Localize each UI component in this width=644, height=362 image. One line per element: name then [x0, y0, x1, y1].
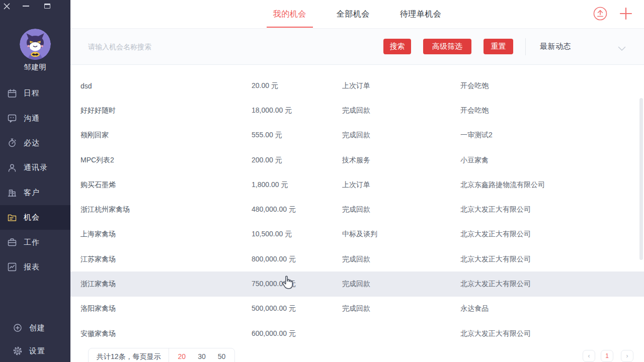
opportunity-stage: 完成回款 — [342, 304, 460, 313]
top-navbar: 我的机会 全部机会 待理单机会 — [70, 0, 644, 29]
sidebar-item-label: 必达 — [24, 138, 40, 148]
page-size-box: 共计12条，每页显示 20 30 50 — [88, 348, 235, 362]
sidebar-item-label: 沟通 — [24, 114, 40, 123]
close-icon[interactable] — [1, 1, 12, 12]
page-size-20[interactable]: 20 — [178, 352, 186, 360]
sidebar-item-label: 通讯录 — [24, 163, 48, 172]
opportunity-folder-icon — [7, 213, 17, 223]
opportunity-name: dsd — [70, 82, 252, 90]
opportunity-amount: 10,500.00 元 — [252, 230, 342, 239]
pagination-bar: 共计12条，每页显示 20 30 50 ‹ 1 › — [70, 345, 644, 362]
sort-dropdown[interactable]: 最新动态 — [540, 29, 571, 64]
table-row[interactable]: 安徽家禽场 600,000.00 元 北京大发正大有限公司 — [70, 321, 644, 346]
search-button[interactable]: 搜索 — [383, 39, 411, 54]
opportunity-stage: 完成回款 — [342, 205, 460, 214]
customer-building-icon — [7, 188, 17, 198]
divider — [525, 38, 526, 55]
maximize-icon[interactable] — [42, 1, 53, 12]
opportunity-amount: 1,800.00 元 — [252, 180, 342, 190]
advanced-filter-button[interactable]: 高级筛选 — [423, 39, 471, 54]
opportunity-name: 浙江杭州家禽场 — [70, 205, 252, 214]
report-chart-icon — [7, 262, 17, 272]
opportunity-stage: 完成回款 — [342, 255, 460, 264]
opportunity-name: 购买石墨烯 — [70, 180, 252, 190]
sidebar-item-create[interactable]: 创建 — [0, 316, 70, 339]
sidebar: 邹建明 日程 沟通 必达 — [0, 0, 70, 362]
stopwatch-icon — [7, 138, 17, 148]
tab-all-opportunities[interactable]: 全部机会 — [330, 0, 376, 28]
opportunity-name: 洛阳家禽场 — [70, 304, 252, 313]
opportunity-amount: 20.00 元 — [252, 81, 342, 90]
page-number-button[interactable]: 1 — [601, 350, 613, 362]
table-row[interactable]: dsd 20.00 元 上次订单 开会吃饱 — [70, 73, 644, 98]
tab-pending-opportunities[interactable]: 待理单机会 — [393, 0, 448, 28]
sidebar-item-bida[interactable]: 必达 — [0, 131, 70, 155]
plus-circle-icon — [13, 323, 23, 333]
opportunity-name: MPC列表2 — [70, 156, 252, 165]
table-row[interactable]: 好好好随时 18,000.00 元 完成回款 开会吃饱 — [70, 98, 644, 123]
sidebar-item-reports[interactable]: 报表 — [0, 255, 70, 280]
opportunity-customer: 北京大发正大有限公司 — [460, 230, 644, 239]
prev-page-button[interactable]: ‹ — [583, 350, 595, 362]
app-window: 邹建明 日程 沟通 必达 — [0, 0, 644, 362]
avatar[interactable] — [20, 29, 51, 60]
table-row[interactable]: 上海家禽场 10,500.00 元 中标及谈判 北京大发正大有限公司 — [70, 222, 644, 247]
scrollbar-thumb[interactable] — [639, 98, 643, 260]
page-size-50[interactable]: 50 — [218, 352, 226, 360]
table-row[interactable]: MPC列表2 200.00 元 技术服务 小豆家禽 — [70, 148, 644, 172]
sidebar-item-customers[interactable]: 客户 — [0, 180, 70, 205]
page-size-30[interactable]: 30 — [198, 352, 206, 360]
sidebar-item-label: 机会 — [24, 213, 40, 222]
opportunity-stage: 技术服务 — [342, 156, 460, 165]
minimize-icon[interactable] — [20, 1, 31, 12]
sidebar-item-work[interactable]: 工作 — [0, 230, 70, 254]
opportunity-customer: 北京大发正大有限公司 — [460, 205, 644, 214]
opportunity-customer: 开会吃饱 — [460, 81, 644, 90]
table-row[interactable]: 浙江杭州家禽场 480,000.00 元 完成回款 北京大发正大有限公司 — [70, 197, 644, 222]
sidebar-item-label: 日程 — [24, 88, 40, 98]
sidebar-item-communication[interactable]: 沟通 — [0, 106, 70, 130]
tabs: 我的机会 全部机会 待理单机会 — [258, 0, 457, 28]
filter-bar: 搜索 高级筛选 重置 最新动态 — [70, 29, 644, 65]
table-row[interactable]: 浙江家禽场 750,000.00 元 完成回款 北京大发正大有限公司 — [70, 272, 644, 296]
opportunity-name: 江苏家禽场 — [70, 255, 252, 264]
sidebar-item-label: 创建 — [29, 323, 45, 333]
sidebar-item-schedule[interactable]: 日程 — [0, 81, 70, 106]
calendar-icon — [7, 88, 17, 99]
user-profile: 邹建明 — [0, 29, 70, 72]
reset-button[interactable]: 重置 — [484, 39, 513, 54]
opportunity-amount: 200.00 元 — [252, 156, 342, 165]
sort-value: 最新动态 — [540, 42, 571, 51]
sidebar-item-label: 设置 — [29, 346, 45, 356]
opportunity-stage: 上次订单 — [342, 81, 460, 90]
record-count-summary: 共计12条，每页显示 — [89, 348, 169, 362]
opportunity-customer: 小豆家禽 — [460, 156, 644, 165]
opportunity-customer: 北京大发正大有限公司 — [460, 280, 644, 289]
sidebar-item-opportunities[interactable]: 机会 — [0, 205, 70, 230]
next-page-button[interactable]: › — [621, 350, 633, 362]
opportunity-amount: 480,000.00 元 — [252, 205, 342, 214]
table-row[interactable]: 江苏家禽场 800,000.00 元 完成回款 北京大发正大有限公司 — [70, 247, 644, 272]
upload-circle-icon[interactable] — [592, 6, 608, 24]
table-row[interactable]: 洛阳家禽场 500,000.00 元 完成回款 永达食品 — [70, 297, 644, 321]
opportunity-amount: 500,000.00 元 — [252, 304, 342, 313]
sidebar-item-settings[interactable]: 设置 — [0, 339, 70, 362]
plus-icon[interactable] — [619, 7, 633, 23]
opportunity-stage: 完成回款 — [342, 280, 460, 289]
opportunity-amount: 750,000.00 元 — [252, 280, 342, 289]
table-row[interactable]: 购买石墨烯 1,800.00 元 上次订单 北京东鑫路捷物流有限公司 — [70, 172, 644, 197]
tab-my-opportunities[interactable]: 我的机会 — [267, 0, 313, 28]
contacts-icon — [7, 163, 17, 173]
chevron-down-icon[interactable] — [618, 44, 626, 53]
chat-icon — [7, 113, 17, 123]
search-input[interactable] — [70, 29, 362, 64]
table-row[interactable]: 额刚回家 555.00 元 完成回款 一审测试2 — [70, 123, 644, 148]
gear-icon — [13, 346, 23, 356]
window-controls — [0, 0, 70, 13]
opportunity-customer: 永达食品 — [460, 304, 644, 313]
opportunity-customer: 开会吃饱 — [460, 106, 644, 115]
opportunity-name: 上海家禽场 — [70, 230, 252, 239]
opportunity-name: 安徽家禽场 — [70, 329, 252, 338]
sidebar-item-contacts[interactable]: 通讯录 — [0, 155, 70, 180]
opportunity-amount: 600,000.00 元 — [252, 329, 342, 338]
